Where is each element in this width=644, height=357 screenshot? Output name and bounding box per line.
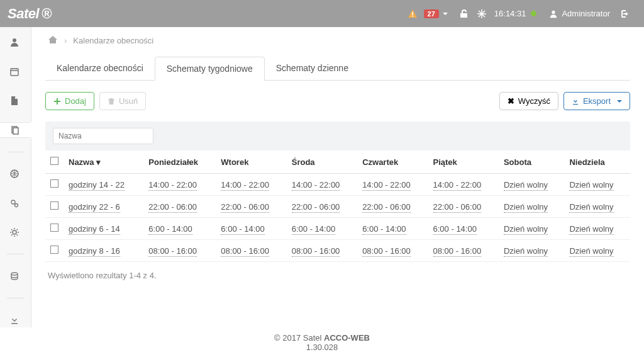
- warning-icon[interactable]: [408, 9, 418, 19]
- nav-copy-icon[interactable]: [0, 122, 31, 138]
- nav-user-icon[interactable]: [0, 35, 31, 50]
- snowflake-icon[interactable]: [477, 9, 487, 19]
- footer: © 2017 Satel ACCO-WEB 1.30.028: [0, 327, 644, 357]
- nav-gears-icon[interactable]: [0, 195, 31, 210]
- alerts-dropdown-caret[interactable]: [443, 13, 448, 15]
- nav-separator-3: [7, 298, 25, 298]
- download-icon: [572, 98, 579, 105]
- nav-separator-2: [7, 254, 25, 254]
- main-content: › Kalendarze obecności Kalendarze obecno…: [31, 27, 644, 327]
- cell-tue[interactable]: 22:00 - 06:00: [221, 202, 269, 213]
- cell-thu[interactable]: 08:00 - 16:00: [362, 246, 411, 257]
- col-mon[interactable]: Poniedziałek: [143, 150, 216, 174]
- cell-sun[interactable]: Dzień wolny: [569, 202, 613, 213]
- nav-download-icon[interactable]: [0, 312, 31, 327]
- trash-icon: [108, 98, 115, 105]
- cell-mon[interactable]: 22:00 - 06:00: [148, 202, 197, 213]
- svg-rect-4: [13, 128, 18, 134]
- add-button[interactable]: Dodaj: [45, 92, 94, 110]
- cell-sun[interactable]: Dzień wolny: [569, 180, 613, 191]
- home-icon[interactable]: [48, 35, 58, 47]
- cell-sat[interactable]: Dzień wolny: [504, 246, 548, 257]
- svg-rect-0: [412, 12, 413, 15]
- sidenav: [0, 27, 31, 327]
- col-wed[interactable]: Środa: [287, 150, 357, 174]
- sort-desc-icon: ▾: [96, 157, 101, 167]
- col-sun[interactable]: Niedziela: [564, 150, 630, 174]
- svg-rect-1: [412, 16, 413, 17]
- tab-attendance-calendars[interactable]: Kalendarze obecności: [45, 57, 155, 80]
- plus-icon: [53, 98, 61, 105]
- cell-name[interactable]: godziny 8 - 16: [69, 246, 120, 257]
- col-thu[interactable]: Czwartek: [357, 150, 428, 174]
- cell-fri[interactable]: 22:00 - 06:00: [433, 202, 482, 213]
- footer-version: 1.30.028: [0, 343, 644, 352]
- export-button[interactable]: Eksport: [564, 92, 630, 110]
- tab-daily-schemes[interactable]: Schematy dzienne: [265, 57, 360, 80]
- nav-stack-icon[interactable]: [0, 268, 31, 283]
- cell-name[interactable]: godziny 22 - 6: [69, 202, 120, 213]
- col-tue[interactable]: Wtorek: [216, 150, 286, 174]
- schedule-table: Nazwa▾ Poniedziałek Wtorek Środa Czwarte…: [45, 150, 630, 262]
- cell-wed[interactable]: 08:00 - 16:00: [292, 246, 340, 257]
- nav-document-icon[interactable]: [0, 93, 31, 108]
- cell-mon[interactable]: 08:00 - 16:00: [148, 246, 197, 257]
- tab-weekly-schemes[interactable]: Schematy tygodniowe: [155, 57, 265, 81]
- col-sat[interactable]: Sobota: [499, 150, 564, 174]
- row-checkbox[interactable]: [45, 218, 64, 240]
- row-checkbox[interactable]: [45, 174, 64, 196]
- footer-product: ACCO-WEB: [324, 333, 370, 343]
- cell-wed[interactable]: 6:00 - 14:00: [292, 224, 335, 235]
- cell-sun[interactable]: Dzień wolny: [569, 224, 613, 235]
- nav-gear-icon[interactable]: [0, 225, 31, 240]
- table-row[interactable]: godziny 14 - 2214:00 - 22:0014:00 - 22:0…: [45, 174, 630, 196]
- cell-fri[interactable]: 6:00 - 14:00: [433, 224, 477, 235]
- caret-down-icon: [617, 100, 622, 103]
- table-row[interactable]: godziny 6 - 146:00 - 14:006:00 - 14:006:…: [45, 218, 630, 240]
- cell-wed[interactable]: 14:00 - 22:00: [292, 180, 340, 191]
- select-all-header[interactable]: [45, 150, 64, 174]
- table-row[interactable]: godziny 8 - 1608:00 - 16:0008:00 - 16:00…: [45, 240, 630, 262]
- cell-name[interactable]: godziny 14 - 22: [69, 180, 125, 191]
- nav-globe-icon[interactable]: [0, 166, 31, 181]
- cell-sat[interactable]: Dzień wolny: [504, 180, 548, 191]
- svg-point-6: [11, 200, 15, 204]
- cell-thu[interactable]: 6:00 - 14:00: [362, 224, 406, 235]
- results-summary: Wyświetlono rezultaty 1-4 z 4.: [45, 262, 630, 289]
- svg-rect-2: [11, 69, 18, 76]
- status-dot: [531, 11, 536, 16]
- cell-wed[interactable]: 22:00 - 06:00: [292, 202, 340, 213]
- svg-point-9: [11, 273, 18, 275]
- cell-thu[interactable]: 22:00 - 06:00: [362, 202, 411, 213]
- cell-thu[interactable]: 14:00 - 22:00: [362, 180, 411, 191]
- cell-tue[interactable]: 6:00 - 14:00: [221, 224, 264, 235]
- user-name: Administrator: [562, 9, 610, 18]
- alert-badge[interactable]: 27: [424, 9, 439, 18]
- row-checkbox[interactable]: [45, 240, 64, 262]
- table-row[interactable]: godziny 22 - 622:00 - 06:0022:00 - 06:00…: [45, 196, 630, 218]
- user-menu[interactable]: Administrator: [549, 9, 610, 18]
- logout-icon[interactable]: [619, 9, 629, 19]
- cell-tue[interactable]: 08:00 - 16:00: [221, 246, 269, 257]
- breadcrumb: › Kalendarze obecności: [45, 35, 630, 47]
- cell-sat[interactable]: Dzień wolny: [504, 202, 548, 213]
- tabs: Kalendarze obecności Schematy tygodniowe…: [45, 57, 630, 81]
- cell-name[interactable]: godziny 6 - 14: [69, 224, 120, 235]
- cell-sat[interactable]: Dzień wolny: [504, 224, 548, 235]
- name-filter-input[interactable]: [53, 128, 153, 144]
- unlock-icon[interactable]: [459, 9, 469, 19]
- svg-point-8: [13, 230, 16, 234]
- logo: Satel®: [8, 6, 52, 22]
- row-checkbox[interactable]: [45, 196, 64, 218]
- clear-button[interactable]: ✖ Wyczyść: [499, 92, 558, 110]
- cell-mon[interactable]: 6:00 - 14:00: [148, 224, 192, 235]
- cell-sun[interactable]: Dzień wolny: [569, 246, 613, 257]
- cell-tue[interactable]: 14:00 - 22:00: [221, 180, 269, 191]
- breadcrumb-title: Kalendarze obecności: [73, 36, 153, 45]
- cell-fri[interactable]: 08:00 - 16:00: [433, 246, 482, 257]
- cell-mon[interactable]: 14:00 - 22:00: [148, 180, 197, 191]
- col-fri[interactable]: Piątek: [428, 150, 499, 174]
- col-name[interactable]: Nazwa▾: [64, 150, 143, 174]
- cell-fri[interactable]: 14:00 - 22:00: [433, 180, 482, 191]
- nav-calendar-icon[interactable]: [0, 64, 31, 79]
